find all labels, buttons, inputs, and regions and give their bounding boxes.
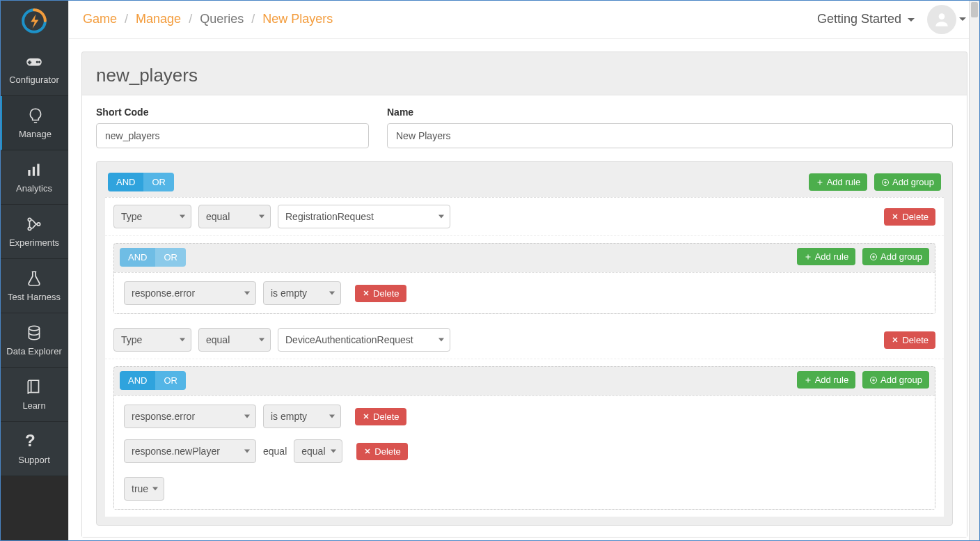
query-builder: AND OR Add rule Add group [96,161,953,526]
svg-rect-5 [28,170,30,176]
sidebar-label: Configurator [9,75,59,85]
svg-rect-6 [33,167,35,176]
operator-select[interactable]: equal [294,439,342,463]
topbar: Game / Manage / Queries / New Players Ge… [69,0,980,39]
rule-row: Type equal RegistrationRequest Delete [105,198,944,236]
sidebar-item-manage[interactable]: Manage [0,96,68,150]
sidebar-label: Support [18,455,50,465]
getting-started-dropdown[interactable]: Getting Started [817,12,915,26]
add-rule-button[interactable]: Add rule [809,173,867,191]
user-menu[interactable] [927,5,966,34]
operator-select[interactable]: is empty [263,281,341,305]
rule-row: response.newPlayer equal equal Delete tr… [114,434,935,506]
sidebar-item-analytics[interactable]: Analytics [0,150,68,205]
sidebar-label: Experiments [9,237,59,248]
name-label: Name [387,107,953,118]
plus-circle-icon [869,253,878,261]
delete-rule-button[interactable]: Delete [355,285,406,302]
subgroup: AND OR Add rule Add group [113,366,935,510]
sidebar: Configurator Manage Analytics Experiment… [0,0,68,541]
delete-rule-button[interactable]: Delete [884,208,935,226]
chevron-down-icon [959,17,966,21]
panel-title: new_players [82,52,967,95]
svg-point-8 [28,218,31,221]
group-condition-toggle[interactable]: AND OR [120,371,186,390]
svg-point-9 [28,227,31,230]
group-condition-toggle[interactable]: AND OR [120,248,186,267]
add-group-button[interactable]: Add group [862,248,929,265]
database-icon [25,324,43,342]
name-input[interactable] [387,123,953,148]
breadcrumb-current[interactable]: New Players [262,12,333,26]
and-button[interactable]: AND [120,371,155,390]
sidebar-item-test-harness[interactable]: Test Harness [0,259,68,313]
operator-select[interactable]: equal [198,205,271,228]
x-icon [891,212,899,221]
book-icon [25,378,43,396]
add-rule-button[interactable]: Add rule [797,371,855,389]
operator-select[interactable]: equal [198,328,271,352]
or-button[interactable]: OR [155,371,186,390]
bar-chart-icon [25,161,43,179]
sidebar-item-support[interactable]: ? Support [0,422,68,476]
chevron-down-icon [908,18,915,22]
breadcrumb-game[interactable]: Game [83,12,117,26]
field-select[interactable]: response.error [124,405,256,428]
question-icon: ? [25,432,43,450]
and-button[interactable]: AND [120,248,155,267]
sidebar-item-configurator[interactable]: Configurator [0,42,68,96]
svg-rect-4 [28,62,31,63]
main: Game / Manage / Queries / New Players Ge… [68,0,980,541]
avatar [927,5,956,34]
field-select[interactable]: Type [113,328,191,352]
short-code-input[interactable] [96,123,369,148]
sidebar-label: Manage [19,129,52,139]
rule-row: response.error is empty Delete [114,399,935,434]
breadcrumb: Game / Manage / Queries / New Players [83,12,333,26]
field-select[interactable]: Type [113,205,191,228]
rule-row: Type equal DeviceAuthenticationRequest D… [105,321,944,359]
flask-icon [25,269,43,288]
value-select[interactable]: true [124,477,164,501]
add-group-button[interactable]: Add group [862,371,929,389]
rule-row: response.error is empty Delete [114,276,935,311]
plus-circle-icon [881,178,890,187]
scrollbar[interactable] [969,1,979,540]
group-condition-toggle[interactable]: AND OR [108,173,174,191]
query-panel: new_players Short Code Name [81,52,967,538]
svg-point-12 [939,13,945,19]
lightbulb-icon [26,107,45,125]
short-code-label: Short Code [96,107,369,118]
logo[interactable] [0,0,68,42]
svg-rect-7 [37,164,39,175]
x-icon [363,447,372,455]
or-button[interactable]: OR [143,173,174,191]
value-select[interactable]: RegistrationRequest [278,205,450,228]
and-button[interactable]: AND [108,173,143,191]
sidebar-label: Analytics [16,183,52,194]
sidebar-item-data-explorer[interactable]: Data Explorer [0,313,68,368]
delete-rule-button[interactable]: Delete [356,443,408,460]
delete-rule-button[interactable]: Delete [884,331,935,349]
field-select[interactable]: response.error [124,281,256,305]
breadcrumb-manage[interactable]: Manage [136,12,181,26]
svg-point-2 [38,61,40,63]
operator-select[interactable]: is empty [263,405,341,428]
or-button[interactable]: OR [155,248,186,267]
plus-icon [816,178,824,187]
plus-icon [804,253,812,261]
scrollbar-thumb[interactable] [971,2,978,17]
field-select[interactable]: response.newPlayer [124,439,256,463]
add-rule-button[interactable]: Add rule [797,248,855,265]
delete-rule-button[interactable]: Delete [355,408,406,425]
value-select[interactable]: DeviceAuthenticationRequest [278,328,450,352]
sidebar-item-learn[interactable]: Learn [0,368,68,422]
sidebar-label: Learn [22,400,45,411]
add-group-button[interactable]: Add group [874,173,941,191]
op-label: equal [263,446,287,457]
x-icon [891,336,899,344]
sidebar-item-experiments[interactable]: Experiments [0,205,68,259]
x-icon [362,412,370,421]
sidebar-label: Test Harness [8,292,61,302]
sidebar-label: Data Explorer [6,346,61,356]
